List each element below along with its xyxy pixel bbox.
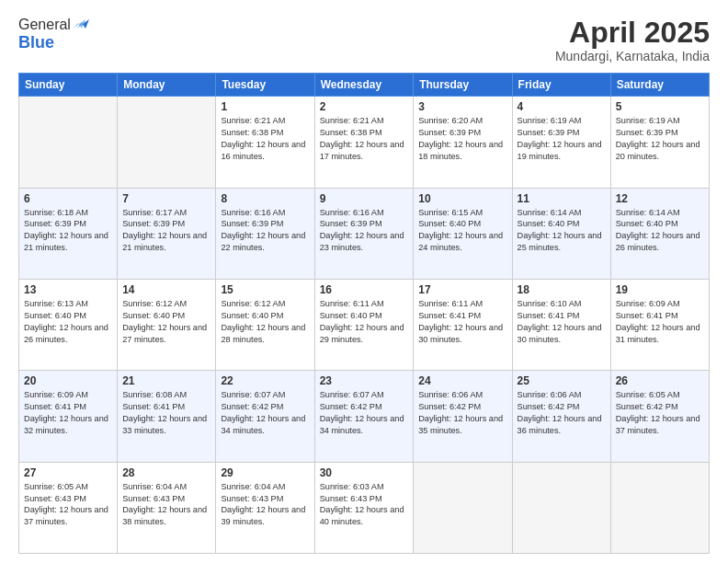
day-number: 4	[518, 100, 606, 113]
day-number: 17	[418, 283, 506, 296]
day-info: Sunrise: 6:21 AMSunset: 6:38 PMDaylight:…	[221, 115, 309, 163]
calendar-day-cell: 17Sunrise: 6:11 AMSunset: 6:41 PMDayligh…	[414, 279, 512, 370]
calendar-day-cell: 19Sunrise: 6:09 AMSunset: 6:41 PMDayligh…	[610, 279, 709, 370]
calendar-day-cell: 7Sunrise: 6:17 AMSunset: 6:39 PMDaylight…	[118, 188, 216, 279]
calendar-day-cell: 11Sunrise: 6:14 AMSunset: 6:40 PMDayligh…	[512, 188, 610, 279]
calendar-day-cell: 8Sunrise: 6:16 AMSunset: 6:39 PMDaylight…	[216, 188, 314, 279]
calendar-week-row: 13Sunrise: 6:13 AMSunset: 6:40 PMDayligh…	[19, 279, 710, 370]
day-number: 7	[122, 192, 210, 205]
svg-marker-1	[73, 19, 85, 29]
day-number: 26	[616, 374, 704, 387]
calendar-day-cell	[414, 462, 512, 553]
logo-general-text: General	[18, 17, 71, 33]
day-info: Sunrise: 6:07 AMSunset: 6:42 PMDaylight:…	[320, 389, 409, 437]
day-number: 6	[24, 192, 112, 205]
calendar-day-cell: 29Sunrise: 6:04 AMSunset: 6:43 PMDayligh…	[216, 462, 314, 553]
day-number: 11	[518, 192, 606, 205]
calendar-day-cell: 18Sunrise: 6:10 AMSunset: 6:41 PMDayligh…	[512, 279, 610, 370]
calendar-day-cell: 4Sunrise: 6:19 AMSunset: 6:39 PMDaylight…	[512, 97, 610, 188]
day-number: 16	[320, 283, 409, 296]
day-number: 21	[122, 374, 210, 387]
calendar-header-monday: Monday	[118, 74, 216, 97]
calendar-day-cell: 12Sunrise: 6:14 AMSunset: 6:40 PMDayligh…	[610, 188, 709, 279]
calendar-day-cell: 6Sunrise: 6:18 AMSunset: 6:39 PMDaylight…	[19, 188, 118, 279]
day-info: Sunrise: 6:19 AMSunset: 6:39 PMDaylight:…	[616, 115, 704, 163]
calendar-day-cell: 2Sunrise: 6:21 AMSunset: 6:38 PMDaylight…	[314, 97, 414, 188]
day-number: 23	[320, 374, 409, 387]
day-info: Sunrise: 6:05 AMSunset: 6:43 PMDaylight:…	[24, 481, 112, 529]
calendar-table: SundayMondayTuesdayWednesdayThursdayFrid…	[18, 73, 710, 554]
calendar-header-row: SundayMondayTuesdayWednesdayThursdayFrid…	[19, 74, 710, 97]
day-number: 18	[518, 283, 606, 296]
calendar-day-cell: 25Sunrise: 6:06 AMSunset: 6:42 PMDayligh…	[512, 371, 610, 462]
page: General Blue April 2025 Mundargi, Karnat…	[0, 0, 728, 563]
day-info: Sunrise: 6:14 AMSunset: 6:40 PMDaylight:…	[518, 207, 606, 255]
day-info: Sunrise: 6:04 AMSunset: 6:43 PMDaylight:…	[122, 481, 210, 529]
day-info: Sunrise: 6:03 AMSunset: 6:43 PMDaylight:…	[320, 481, 409, 529]
calendar-day-cell: 3Sunrise: 6:20 AMSunset: 6:39 PMDaylight…	[414, 97, 512, 188]
day-number: 1	[221, 100, 309, 113]
day-number: 27	[24, 466, 112, 479]
day-number: 22	[221, 374, 309, 387]
calendar-day-cell	[118, 97, 216, 188]
day-info: Sunrise: 6:05 AMSunset: 6:42 PMDaylight:…	[616, 389, 704, 437]
calendar-header-thursday: Thursday	[414, 74, 512, 97]
day-number: 13	[24, 283, 112, 296]
calendar-day-cell: 5Sunrise: 6:19 AMSunset: 6:39 PMDaylight…	[610, 97, 709, 188]
day-info: Sunrise: 6:21 AMSunset: 6:38 PMDaylight:…	[320, 115, 409, 163]
day-info: Sunrise: 6:09 AMSunset: 6:41 PMDaylight:…	[24, 389, 112, 437]
day-info: Sunrise: 6:11 AMSunset: 6:40 PMDaylight:…	[320, 298, 409, 346]
day-info: Sunrise: 6:12 AMSunset: 6:40 PMDaylight:…	[122, 298, 210, 346]
day-info: Sunrise: 6:11 AMSunset: 6:41 PMDaylight:…	[418, 298, 506, 346]
day-number: 20	[24, 374, 112, 387]
day-number: 8	[221, 192, 309, 205]
calendar-day-cell: 9Sunrise: 6:16 AMSunset: 6:39 PMDaylight…	[314, 188, 414, 279]
calendar-day-cell: 22Sunrise: 6:07 AMSunset: 6:42 PMDayligh…	[216, 371, 314, 462]
day-number: 24	[418, 374, 506, 387]
day-number: 10	[418, 192, 506, 205]
day-info: Sunrise: 6:17 AMSunset: 6:39 PMDaylight:…	[122, 207, 210, 255]
calendar-day-cell: 1Sunrise: 6:21 AMSunset: 6:38 PMDaylight…	[216, 97, 314, 188]
calendar-header-sunday: Sunday	[19, 74, 118, 97]
day-info: Sunrise: 6:06 AMSunset: 6:42 PMDaylight:…	[518, 389, 606, 437]
day-info: Sunrise: 6:15 AMSunset: 6:40 PMDaylight:…	[418, 207, 506, 255]
day-info: Sunrise: 6:09 AMSunset: 6:41 PMDaylight:…	[616, 298, 704, 346]
logo-bird-icon	[73, 16, 89, 32]
calendar-week-row: 6Sunrise: 6:18 AMSunset: 6:39 PMDaylight…	[19, 188, 710, 279]
day-info: Sunrise: 6:20 AMSunset: 6:39 PMDaylight:…	[418, 115, 506, 163]
day-number: 19	[616, 283, 704, 296]
day-info: Sunrise: 6:16 AMSunset: 6:39 PMDaylight:…	[320, 207, 409, 255]
calendar-day-cell	[610, 462, 709, 553]
calendar-day-cell: 14Sunrise: 6:12 AMSunset: 6:40 PMDayligh…	[118, 279, 216, 370]
day-info: Sunrise: 6:12 AMSunset: 6:40 PMDaylight:…	[221, 298, 309, 346]
day-info: Sunrise: 6:18 AMSunset: 6:39 PMDaylight:…	[24, 207, 112, 255]
calendar-day-cell: 28Sunrise: 6:04 AMSunset: 6:43 PMDayligh…	[118, 462, 216, 553]
day-number: 28	[122, 466, 210, 479]
day-info: Sunrise: 6:06 AMSunset: 6:42 PMDaylight:…	[418, 389, 506, 437]
day-info: Sunrise: 6:04 AMSunset: 6:43 PMDaylight:…	[221, 481, 309, 529]
calendar-week-row: 20Sunrise: 6:09 AMSunset: 6:41 PMDayligh…	[19, 371, 710, 462]
logo-blue-text: Blue	[18, 33, 54, 52]
day-info: Sunrise: 6:13 AMSunset: 6:40 PMDaylight:…	[24, 298, 112, 346]
month-title: April 2025	[555, 17, 710, 49]
calendar-day-cell: 27Sunrise: 6:05 AMSunset: 6:43 PMDayligh…	[19, 462, 118, 553]
day-info: Sunrise: 6:16 AMSunset: 6:39 PMDaylight:…	[221, 207, 309, 255]
day-number: 15	[221, 283, 309, 296]
header: General Blue April 2025 Mundargi, Karnat…	[18, 17, 710, 63]
calendar-week-row: 1Sunrise: 6:21 AMSunset: 6:38 PMDaylight…	[19, 97, 710, 188]
day-number: 30	[320, 466, 409, 479]
title-block: April 2025 Mundargi, Karnataka, India	[555, 17, 710, 63]
day-info: Sunrise: 6:10 AMSunset: 6:41 PMDaylight:…	[518, 298, 606, 346]
day-number: 25	[518, 374, 606, 387]
day-number: 3	[418, 100, 506, 113]
calendar-day-cell	[19, 97, 118, 188]
logo: General Blue	[18, 17, 89, 52]
day-number: 2	[320, 100, 409, 113]
day-info: Sunrise: 6:08 AMSunset: 6:41 PMDaylight:…	[122, 389, 210, 437]
day-info: Sunrise: 6:19 AMSunset: 6:39 PMDaylight:…	[518, 115, 606, 163]
calendar-day-cell: 21Sunrise: 6:08 AMSunset: 6:41 PMDayligh…	[118, 371, 216, 462]
day-number: 14	[122, 283, 210, 296]
day-info: Sunrise: 6:14 AMSunset: 6:40 PMDaylight:…	[616, 207, 704, 255]
day-number: 9	[320, 192, 409, 205]
calendar-week-row: 27Sunrise: 6:05 AMSunset: 6:43 PMDayligh…	[19, 462, 710, 553]
